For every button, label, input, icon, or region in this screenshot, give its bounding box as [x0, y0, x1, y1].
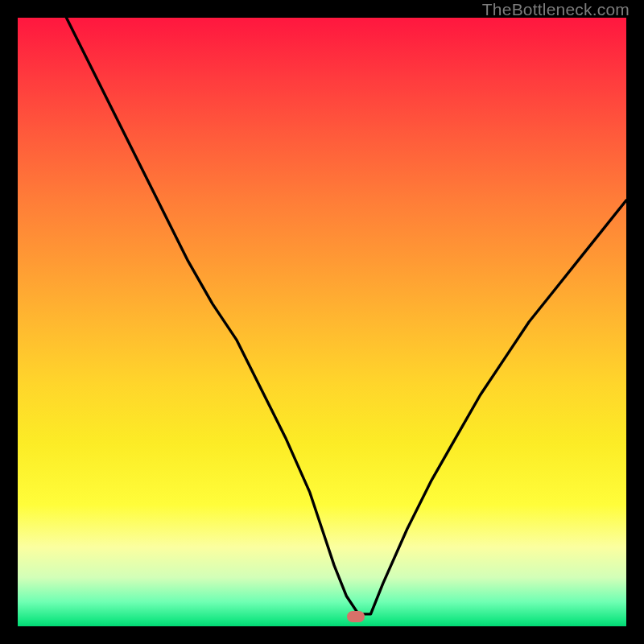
bottleneck-curve: [18, 18, 626, 626]
plot-area: [18, 18, 626, 626]
chart-frame: TheBottleneck.com: [0, 0, 644, 644]
watermark-label: TheBottleneck.com: [482, 0, 630, 19]
selected-config-marker[interactable]: [347, 611, 365, 622]
